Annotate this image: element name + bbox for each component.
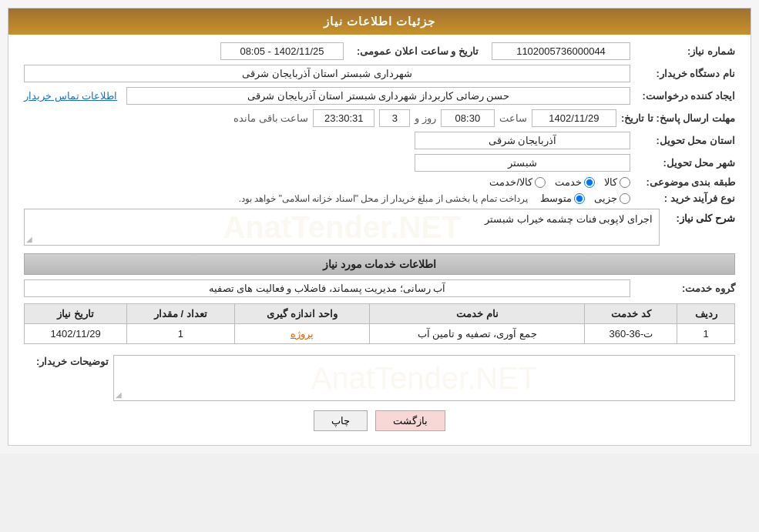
page-wrapper: جزئیات اطلاعات نیاز شماره نیاز: 11020057…: [0, 0, 759, 453]
deadline-row: مهلت ارسال پاسخ: تا تاریخ: 1402/11/29 سا…: [24, 109, 735, 127]
buyer-notes-label: توضیحات خریدار:: [24, 352, 109, 367]
buyer-notes-row: AnatTender.NET ◢ توضیحات خریدار:: [24, 352, 735, 401]
panel-header: جزئیات اطلاعات نیاز: [8, 8, 751, 35]
service-group-row: گروه خدمت: آب رسانی؛ مدیریت پسماند، فاضل…: [24, 279, 735, 297]
cell-row: 1: [677, 324, 735, 344]
service-group-value: آب رسانی؛ مدیریت پسماند، فاضلاب و فعالیت…: [24, 279, 630, 297]
category-radio-kala-khedmat[interactable]: [535, 177, 546, 188]
purchase-type-label: نوع فرآیند خرید :: [635, 192, 735, 204]
category-label-kala: کالا: [604, 176, 617, 188]
province-row: استان محل تحویل: آذربایجان شرقی: [24, 132, 735, 149]
category-option-kala-khedmat: کالا/خدمت: [489, 176, 546, 188]
buyer-org-label: نام دستگاه خریدار:: [635, 68, 735, 79]
deadline-label: مهلت ارسال پاسخ: تا تاریخ:: [621, 112, 735, 124]
cell-date: 1402/11/29: [25, 324, 127, 344]
services-table: ردیف کد خدمت نام خدمت واحد اندازه گیری ت…: [24, 303, 735, 344]
description-section-label: شرح کلی نیاز:: [666, 209, 735, 224]
deadline-time: 08:30: [441, 109, 495, 127]
purchase-type-row: نوع فرآیند خرید : جزیی متوسط پرداخت تمام…: [24, 192, 735, 204]
deadline-days-label: روز و: [415, 112, 436, 124]
purchase-type-note: پرداخت تمام یا بخشی از مبلغ خریدار از مح…: [239, 193, 528, 204]
creator-label: ایجاد کننده درخواست:: [635, 90, 735, 102]
buyer-org-value: شهرداری شبستر استان آذربایجان شرقی: [24, 65, 630, 82]
category-label-khedmat: خدمت: [555, 176, 582, 188]
category-label: طبقه بندی موضوعی:: [635, 176, 735, 188]
category-radio-group: کالا خدمت کالا/خدمت: [489, 176, 630, 188]
cell-unit: پروژه: [234, 324, 370, 344]
purchase-type-radio-mutosat[interactable]: [574, 193, 585, 204]
contact-link[interactable]: اطلاعات تماس خریدار: [24, 90, 117, 102]
purchase-type-label-jozi: جزیی: [594, 192, 617, 204]
city-row: شهر محل تحویل: شبستر: [24, 154, 735, 172]
need-number-row: شماره نیاز: 1102005736000044 تاریخ و ساع…: [24, 42, 735, 60]
need-number-value: 1102005736000044: [492, 42, 630, 60]
category-option-kala: کالا: [604, 176, 630, 188]
category-row: طبقه بندی موضوعی: کالا خدمت کالا/خدمت: [24, 176, 735, 188]
deadline-time-label: ساعت: [499, 112, 527, 124]
announce-date-label: تاریخ و ساعت اعلان عمومی:: [348, 45, 487, 57]
back-button[interactable]: بازگشت: [375, 410, 445, 431]
buyer-notes-box: AnatTender.NET ◢: [113, 355, 735, 401]
deadline-date: 1402/11/29: [532, 109, 616, 127]
purchase-type-radio-group: جزیی متوسط: [540, 192, 630, 204]
purchase-type-mutosat: متوسط: [540, 192, 585, 204]
description-wrapper: AnatTender.NET اجرای لاپوبی فنات چشمه خی…: [24, 209, 660, 246]
announce-date-value: 1402/11/25 - 08:05: [220, 42, 344, 60]
description-value: اجرای لاپوبی فنات چشمه خیراب شبستر: [485, 213, 653, 225]
col-header-qty: تعداد / مقدار: [127, 304, 234, 324]
city-value: شبستر: [415, 154, 630, 172]
col-header-date: تاریخ نیاز: [25, 304, 127, 324]
creator-value: حسن رضائی کاربرداز شهرداری شبستر استان آ…: [126, 87, 630, 105]
category-label-kala-khedmat: کالا/خدمت: [489, 176, 532, 188]
cell-code: ت-36-360: [585, 324, 677, 344]
category-radio-kala[interactable]: [620, 177, 630, 188]
purchase-type-radio-jozi[interactable]: [620, 193, 630, 204]
province-label: استان محل تحویل:: [635, 135, 735, 146]
description-section: شرح کلی نیاز: AnatTender.NET اجرای لاپوب…: [24, 209, 735, 246]
province-value: آذربایجان شرقی: [415, 132, 630, 149]
deadline-days: 3: [379, 109, 410, 127]
table-row: 1ت-36-360جمع آوری، تصفیه و تامین آبپروژه…: [25, 324, 735, 344]
description-box: AnatTender.NET اجرای لاپوبی فنات چشمه خی…: [24, 209, 660, 246]
panel-title: جزئیات اطلاعات نیاز: [324, 15, 435, 28]
col-header-unit: واحد اندازه گیری: [234, 304, 370, 324]
watermark: AnatTender.NET: [223, 210, 460, 245]
category-radio-khedmat[interactable]: [584, 177, 595, 188]
col-header-name: نام خدمت: [370, 304, 585, 324]
city-label: شهر محل تحویل:: [635, 157, 735, 169]
resize-handle2: ◢: [116, 390, 122, 399]
buyer-org-row: نام دستگاه خریدار: شهرداری شبستر استان آ…: [24, 65, 735, 82]
col-header-row: ردیف: [677, 304, 735, 324]
panel-body: شماره نیاز: 1102005736000044 تاریخ و ساع…: [8, 35, 751, 445]
need-number-label: شماره نیاز:: [635, 45, 735, 57]
cell-name: جمع آوری، تصفیه و تامین آب: [370, 324, 585, 344]
purchase-type-jozi: جزیی: [594, 192, 630, 204]
col-header-code: کد خدمت: [585, 304, 677, 324]
resize-handle: ◢: [26, 235, 32, 243]
category-option-khedmat: خدمت: [555, 176, 595, 188]
buyer-notes-wrapper: AnatTender.NET ◢: [113, 352, 735, 401]
creator-row: ایجاد کننده درخواست: حسن رضائی کاربرداز …: [24, 87, 735, 105]
services-section-title: اطلاعات خدمات مورد نیاز: [24, 253, 735, 275]
deadline-remaining: 23:30:31: [313, 109, 374, 127]
purchase-type-label-mutosat: متوسط: [540, 192, 572, 204]
cell-qty: 1: [127, 324, 234, 344]
deadline-remaining-label: ساعت باقی مانده: [233, 112, 308, 124]
watermark2: AnatTender.NET: [311, 361, 538, 396]
button-row: بازگشت چاپ: [24, 410, 735, 431]
service-group-label: گروه خدمت:: [635, 283, 735, 294]
main-panel: جزئیات اطلاعات نیاز شماره نیاز: 11020057…: [8, 8, 751, 446]
print-button[interactable]: چاپ: [314, 410, 368, 431]
